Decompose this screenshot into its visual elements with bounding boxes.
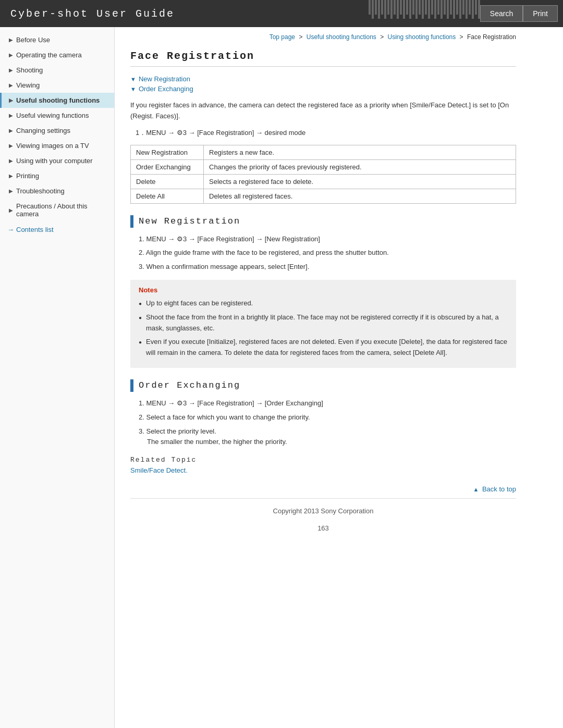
sidebar-item-label: Operating the camera <box>16 51 82 59</box>
table-row: New RegistrationRegisters a new face. <box>131 145 516 159</box>
contents-link-label: Contents list <box>16 226 54 233</box>
arrow-icon: ▶ <box>9 143 13 149</box>
arrow-icon: ▶ <box>9 188 13 194</box>
new-registration-link[interactable]: New Registration <box>139 75 190 83</box>
arrow-icon: ▶ <box>9 82 13 88</box>
sidebar-item-label: Viewing images on a TV <box>16 142 89 150</box>
arrow-icon: ▶ <box>9 97 13 103</box>
blue-bar-icon <box>130 379 133 392</box>
triangle-down-icon: ▼ <box>130 86 136 92</box>
list-item: Even if you execute [Initialize], regist… <box>139 337 508 359</box>
triangle-down-icon: ▼ <box>130 76 136 82</box>
notes-box: Notes Up to eight faces can be registere… <box>130 280 516 368</box>
list-item: Up to eight faces can be registered. <box>139 298 508 309</box>
sidebar: ▶ Before Use ▶ Operating the camera ▶ Sh… <box>0 27 115 728</box>
list-item: Shoot the face from the front in a brigh… <box>139 312 508 334</box>
notes-list: Up to eight faces can be registered.Shoo… <box>139 298 508 359</box>
menu-step-1: 1．MENU → ⚙3 → [Face Registration] → desi… <box>130 128 516 138</box>
sidebar-item-useful-shooting[interactable]: ▶ Useful shooting functions <box>0 93 114 108</box>
order-exchanging-heading: Order Exchanging <box>130 379 516 392</box>
sidebar-item-using-computer[interactable]: ▶ Using with your computer <box>0 153 114 168</box>
list-item: MENU → ⚙3 → [Face Registration] → [New R… <box>130 234 516 245</box>
contents-list-link[interactable]: → Contents list <box>0 221 114 238</box>
sidebar-item-label: Shooting <box>16 66 43 74</box>
arrow-right-icon: → <box>7 226 14 233</box>
sidebar-item-label: Useful viewing functions <box>16 112 89 119</box>
arrow-icon: ▶ <box>9 67 13 73</box>
arrow-icon: ▶ <box>9 113 13 118</box>
table-cell-value: Changes the priority of faces previously… <box>204 159 516 174</box>
sidebar-item-changing-settings[interactable]: ▶ Changing settings <box>0 123 114 138</box>
footer: Copyright 2013 Sony Corporation <box>130 498 516 520</box>
breadcrumb-current: Face Registration <box>467 33 516 41</box>
table-cell-value: Registers a new face. <box>204 145 516 159</box>
new-registration-heading: New Registration <box>130 215 516 228</box>
table-cell-label: New Registration <box>131 145 204 159</box>
table-cell-label: Delete <box>131 174 204 189</box>
blue-bar-icon <box>130 215 133 228</box>
arrow-icon: ▶ <box>9 52 13 58</box>
search-button[interactable]: Search <box>480 5 523 22</box>
arrow-icon: ▶ <box>9 207 13 213</box>
list-item: Select the priority level.The smaller th… <box>130 426 516 448</box>
sidebar-item-shooting[interactable]: ▶ Shooting <box>0 63 114 78</box>
order-exchanging-link[interactable]: Order Exchanging <box>139 85 193 93</box>
copyright-text: Copyright 2013 Sony Corporation <box>273 507 374 515</box>
table-row: Delete AllDeletes all registered faces. <box>131 189 516 203</box>
table-cell-value: Deletes all registered faces. <box>204 189 516 203</box>
sidebar-item-printing[interactable]: ▶ Printing <box>0 168 114 183</box>
print-button[interactable]: Print <box>523 5 558 22</box>
related-topic: Related Topic Smile/Face Detect. <box>130 456 516 474</box>
main-content: Top page > Useful shooting functions > U… <box>115 27 532 728</box>
header-decoration <box>369 0 480 27</box>
arrow-icon: ▶ <box>9 173 13 179</box>
smile-face-detect-link[interactable]: Smile/Face Detect. <box>130 466 188 474</box>
back-to-top-link[interactable]: ▲ Back to top <box>473 485 516 493</box>
sidebar-item-label: Precautions / About this camera <box>16 202 109 218</box>
function-table: New RegistrationRegisters a new face.Ord… <box>130 145 516 204</box>
list-item: MENU → ⚙3 → [Face Registration] → [Order… <box>130 398 516 409</box>
arrow-icon: ▶ <box>9 128 13 133</box>
table-cell-value: Selects a registered face to delete. <box>204 174 516 189</box>
table-cell-label: Order Exchanging <box>131 159 204 174</box>
sidebar-item-viewing-tv[interactable]: ▶ Viewing images on a TV <box>0 138 114 153</box>
intro-text: If you register faces in advance, the ca… <box>130 100 516 122</box>
sidebar-item-precautions[interactable]: ▶ Precautions / About this camera <box>0 199 114 221</box>
sidebar-item-label: Printing <box>16 172 39 180</box>
notes-title: Notes <box>139 286 508 294</box>
sidebar-item-label: Viewing <box>16 81 40 89</box>
list-item: When a confirmation message appears, sel… <box>130 262 516 273</box>
new-registration-steps: MENU → ⚙3 → [Face Registration] → [New R… <box>130 234 516 273</box>
page-title: Face Registration <box>130 50 516 67</box>
sidebar-item-label: Useful shooting functions <box>16 96 100 104</box>
sidebar-item-label: Using with your computer <box>16 157 93 165</box>
breadcrumb: Top page > Useful shooting functions > U… <box>130 33 516 41</box>
sidebar-item-useful-viewing[interactable]: ▶ Useful viewing functions <box>0 108 114 123</box>
list-item: Align the guide frame with the face to b… <box>130 248 516 258</box>
sidebar-item-before-use[interactable]: ▶ Before Use <box>0 32 114 47</box>
breadcrumb-top[interactable]: Top page <box>270 33 295 41</box>
arrow-icon: ▶ <box>9 158 13 164</box>
sidebar-item-label: Before Use <box>16 36 50 44</box>
page-number: 163 <box>130 520 516 539</box>
table-row: DeleteSelects a registered face to delet… <box>131 174 516 189</box>
sidebar-item-operating[interactable]: ▶ Operating the camera <box>0 47 114 63</box>
app-title: Cyber-shot User Guide <box>10 8 175 20</box>
sidebar-item-label: Troubleshooting <box>16 187 65 195</box>
order-exchanging-steps: MENU → ⚙3 → [Face Registration] → [Order… <box>130 398 516 448</box>
section-links: ▼ New Registration ▼ Order Exchanging <box>130 75 516 93</box>
table-cell-label: Delete All <box>131 189 204 203</box>
arrow-icon: ▶ <box>9 37 13 43</box>
back-to-top-row: ▲ Back to top <box>130 485 516 493</box>
triangle-up-icon: ▲ <box>473 486 479 492</box>
sidebar-item-troubleshooting[interactable]: ▶ Troubleshooting <box>0 183 114 199</box>
breadcrumb-using-shooting[interactable]: Using shooting functions <box>388 33 456 41</box>
table-row: Order ExchangingChanges the priority of … <box>131 159 516 174</box>
sidebar-item-label: Changing settings <box>16 127 70 134</box>
breadcrumb-useful-shooting[interactable]: Useful shooting functions <box>307 33 376 41</box>
related-topic-title: Related Topic <box>130 456 516 464</box>
sidebar-item-viewing[interactable]: ▶ Viewing <box>0 78 114 93</box>
list-item: Select a face for which you want to chan… <box>130 412 516 423</box>
